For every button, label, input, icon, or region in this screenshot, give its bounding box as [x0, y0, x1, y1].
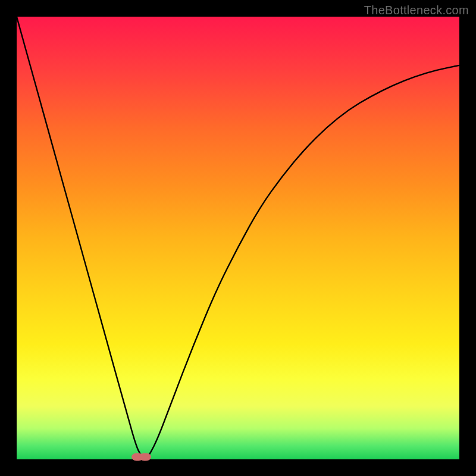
- curve-svg: [17, 17, 459, 459]
- watermark-text: TheBottleneck.com: [364, 4, 469, 17]
- plot-area: [17, 17, 459, 459]
- chart-frame: TheBottleneck.com: [0, 0, 476, 476]
- valley-dot-2: [139, 453, 151, 461]
- bottleneck-curve-path: [17, 17, 459, 458]
